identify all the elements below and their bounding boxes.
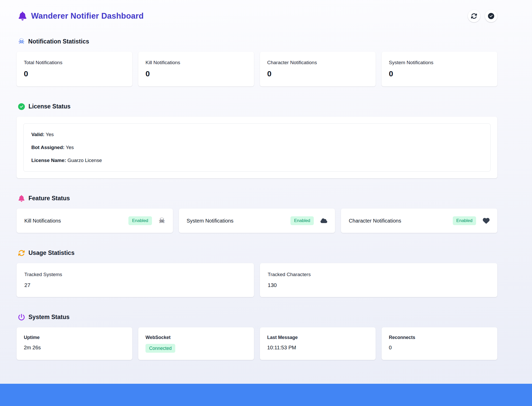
license-field-valid: Valid: Yes [31,131,483,138]
usage-statistics-title: Usage Statistics [18,249,497,256]
license-field-bot-assigned: Bot Assigned: Yes [31,144,483,151]
system-card-uptime: Uptime 2m 26s [17,327,132,360]
usage-statistics-section: Usage Statistics Tracked Systems 27 Trac… [17,249,497,297]
license-details: Valid: Yes Bot Assigned: Yes License Nam… [23,123,491,172]
license-field-license-name: License Name: Guarzo License [31,157,483,164]
dashboard-content: Wanderer Notifier Dashboard ☠ Notificati… [0,0,532,360]
status-badge: Enabled [453,216,476,225]
feature-label: Kill Notifications [24,218,61,224]
section-title-text: System Status [28,314,70,321]
stat-value: 0 [24,69,125,79]
section-title-text: Feature Status [28,195,70,202]
skull-icon: ☠ [159,217,165,224]
system-value: 2m 26s [24,344,125,351]
feature-grid: Kill Notifications Enabled ☠ System Noti… [17,209,497,233]
license-field-value: Yes [64,145,74,150]
license-field-value: Yes [45,132,54,137]
license-field-label: License Name: [31,158,66,163]
system-value: 0 [389,344,490,351]
license-card: Valid: Yes Bot Assigned: Yes License Nam… [17,117,497,178]
stat-card-character-notifications: Character Notifications 0 [260,52,376,86]
stat-value: 0 [145,69,247,79]
bell-icon [18,195,25,202]
feature-label: Character Notifications [349,218,401,224]
system-status-title: System Status [18,314,497,321]
section-title-text: License Status [28,103,70,110]
usage-grid: Tracked Systems 27 Tracked Characters 13… [17,263,497,297]
stat-card-total-notifications: Total Notifications 0 [17,52,132,86]
status-badge: Enabled [128,216,152,225]
system-label: Reconnects [389,335,490,340]
stat-label: Character Notifications [267,60,368,65]
license-status-title: License Status [18,103,497,110]
license-field-value: Guarzo License [66,158,102,163]
header: Wanderer Notifier Dashboard [17,10,497,22]
heart-icon [483,217,490,224]
feature-label: System Notifications [187,218,234,224]
dashboard-page: Wanderer Notifier Dashboard ☠ Notificati… [0,0,532,406]
system-card-last-message: Last Message 10:11:53 PM [260,327,376,360]
usage-card-tracked-systems: Tracked Systems 27 [17,263,254,297]
feature-status-section: Feature Status Kill Notifications Enable… [17,195,497,233]
stat-value: 0 [267,69,368,79]
system-grid: Uptime 2m 26s WebSocket Connected Last M… [17,327,497,360]
license-field-label: Valid: [31,132,45,137]
stat-label: Kill Notifications [145,60,247,65]
section-title-text: Notification Statistics [28,38,89,45]
usage-label: Tracked Systems [24,271,246,277]
system-value: Connected [145,344,247,353]
license-field-label: Bot Assigned: [31,145,64,150]
notification-stats-grid: Total Notifications 0 Kill Notifications… [17,52,497,86]
license-status-section: License Status Valid: Yes Bot Assigned: … [17,103,497,178]
status-badge: Enabled [290,216,314,225]
skull-icon: ☠ [18,38,25,45]
system-card-reconnects: Reconnects 0 [382,327,497,360]
refresh-button[interactable] [468,10,480,22]
feature-card-kill-notifications: Kill Notifications Enabled ☠ [17,209,173,233]
system-card-websocket: WebSocket Connected [138,327,254,360]
page-title: Wanderer Notifier Dashboard [31,11,144,21]
cloud-icon [320,217,327,224]
feature-card-character-notifications: Character Notifications Enabled [341,209,497,233]
usage-card-tracked-characters: Tracked Characters 130 [260,263,497,297]
check-circle-icon [18,103,25,110]
stat-label: Total Notifications [24,60,125,65]
usage-value: 130 [268,282,490,289]
stat-card-kill-notifications: Kill Notifications 0 [138,52,254,86]
system-value: 10:11:53 PM [267,344,368,351]
notification-statistics-section: ☠ Notification Statistics Total Notifica… [17,38,497,86]
check-circle-icon [488,13,494,19]
usage-label: Tracked Characters [268,271,490,277]
power-icon [18,314,25,321]
stat-card-system-notifications: System Notifications 0 [382,52,497,86]
feature-card-system-notifications: System Notifications Enabled [179,209,335,233]
status-check-button[interactable] [485,10,497,22]
header-actions [468,10,497,22]
feature-status-title: Feature Status [18,195,497,202]
section-title-text: Usage Statistics [28,249,75,256]
system-label: WebSocket [145,335,247,340]
refresh-icon [471,13,477,19]
bell-icon [19,12,26,20]
system-label: Last Message [267,335,368,340]
notification-statistics-title: ☠ Notification Statistics [18,38,497,45]
system-label: Uptime [24,335,125,340]
connection-status-badge: Connected [145,344,175,353]
refresh-icon [18,250,25,256]
footer-band [0,384,532,406]
system-status-section: System Status Uptime 2m 26s WebSocket Co… [17,314,497,360]
stat-label: System Notifications [389,60,490,65]
stat-value: 0 [389,69,490,79]
usage-value: 27 [24,282,246,289]
